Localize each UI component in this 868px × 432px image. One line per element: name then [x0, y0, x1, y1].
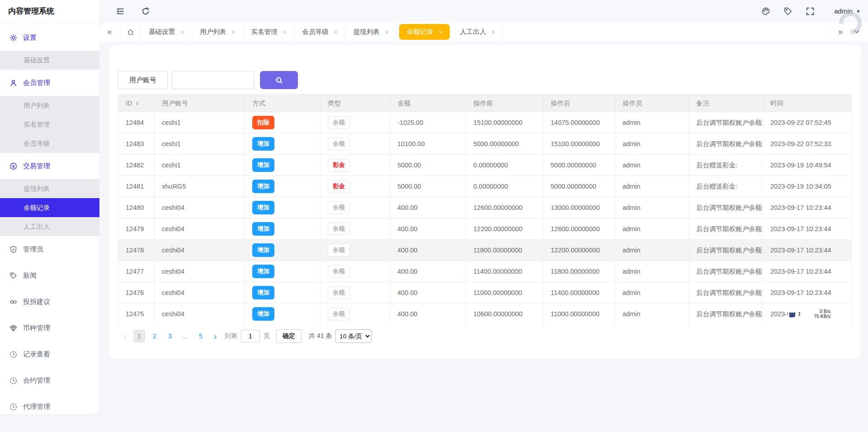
sidebar-group-管理员[interactable]: 管理员	[0, 236, 99, 262]
sidebar-group-投拆建议[interactable]: 投拆建议	[0, 289, 99, 315]
type-badge: 余额	[328, 308, 350, 320]
cell-operator: admin	[615, 154, 689, 176]
cell-remark: 后台赠送彩金:	[689, 154, 763, 176]
column-header-ID[interactable]: ID▲▼	[118, 95, 155, 112]
tab-label: 提现列表	[354, 28, 380, 36]
sidebar-group-合约管理[interactable]: 合约管理	[0, 367, 99, 394]
add-button[interactable]: 增加	[252, 243, 274, 257]
close-tab-icon[interactable]: ×	[231, 28, 235, 36]
tab-label: 会员等级	[302, 28, 329, 36]
close-tab-icon[interactable]: ×	[385, 28, 389, 36]
sidebar-item-余额记录[interactable]: 余额记录	[0, 198, 99, 217]
next-page-button[interactable]: ›	[208, 332, 222, 341]
goto-page-input[interactable]	[241, 330, 260, 342]
sidebar-item-基础设置[interactable]: 基础设置	[0, 51, 99, 70]
sidebar-group-会员管理[interactable]: 会员管理	[0, 70, 99, 96]
page-button-5[interactable]: 5	[195, 330, 207, 342]
confirm-page-button[interactable]: 确定	[276, 329, 302, 343]
cell-method: 增加	[245, 176, 321, 197]
cell-amount: 5000.00	[390, 154, 466, 176]
sidebar-group-币种管理[interactable]: 币种管理	[0, 315, 99, 341]
cell-type: 余额	[321, 261, 390, 282]
sort-icon[interactable]: ▲▼	[136, 101, 139, 105]
column-label: 时间	[770, 99, 783, 108]
refresh-icon[interactable]	[141, 7, 150, 16]
type-badge: 余额	[328, 286, 350, 299]
page-button-2[interactable]: 2	[149, 330, 160, 342]
prev-page-button[interactable]: ‹	[118, 332, 132, 341]
close-tab-icon[interactable]: ×	[491, 28, 495, 36]
cell-id: 12481	[118, 176, 155, 197]
tab-余额记录[interactable]: 余额记录×	[399, 24, 450, 40]
cell-before: 15100.00000000	[466, 112, 543, 133]
column-header-备注: 备注	[689, 95, 763, 112]
search-input[interactable]	[172, 71, 254, 89]
cell-method: 扣除	[245, 112, 321, 133]
cell-time: 2023-09-17 10:23:44	[763, 239, 851, 261]
sidebar-item-用户列表[interactable]: 用户列表	[0, 96, 99, 115]
cell-type: 余额	[321, 282, 390, 303]
sidebar-group-记录查看[interactable]: 记录查看	[0, 341, 99, 367]
cell-type: 彩金	[321, 154, 390, 176]
sidebar-item-实名管理[interactable]: 实名管理	[0, 115, 99, 134]
add-button[interactable]: 增加	[252, 137, 274, 151]
cell-before: 5000.00000000	[466, 133, 543, 154]
add-button[interactable]: 增加	[252, 201, 274, 214]
tab-label: 用户列表	[200, 28, 226, 36]
close-tab-icon[interactable]: ×	[283, 28, 286, 36]
tab-用户列表[interactable]: 用户列表×	[192, 22, 243, 42]
search-field-selector[interactable]: 用户账号	[118, 71, 168, 89]
cat-icon	[788, 310, 797, 318]
sidebar-item-提现列表[interactable]: 提现列表	[0, 179, 99, 198]
close-tab-icon[interactable]: ×	[334, 28, 338, 36]
column-header-类型: 类型	[321, 95, 390, 112]
sidebar-item-人工出入[interactable]: 人工出入	[0, 217, 99, 236]
cell-id: 12483	[118, 133, 155, 154]
fullscreen-icon[interactable]	[806, 7, 814, 15]
cell-type: 余额	[321, 303, 390, 324]
sidebar-group-label: 合约管理	[23, 376, 50, 385]
sidebar-item-会员等级[interactable]: 会员等级	[0, 134, 99, 153]
sidebar-group-新闻[interactable]: 新闻	[0, 262, 99, 289]
cell-after: 11400.00000000	[543, 282, 615, 303]
deduct-button[interactable]: 扣除	[252, 116, 274, 129]
add-button[interactable]: 增加	[252, 307, 274, 321]
cell-id: 12480	[118, 197, 155, 218]
add-button[interactable]: 增加	[252, 222, 274, 236]
add-button[interactable]: 增加	[252, 286, 274, 299]
sidebar-group-交易管理[interactable]: $交易管理	[0, 153, 99, 179]
close-tab-icon[interactable]: ×	[439, 28, 442, 36]
add-button[interactable]: 增加	[252, 265, 274, 278]
tab-人工出入[interactable]: 人工出入×	[452, 22, 503, 42]
type-badge: 余额	[328, 244, 350, 256]
column-label: 金额	[397, 99, 410, 108]
cell-time: 2023-09-22 07:52:33	[763, 133, 851, 154]
tabs-scroll-left-icon[interactable]: «	[99, 22, 120, 42]
page-size-select[interactable]: 10 条/页	[335, 329, 372, 343]
cell-method: 增加	[245, 197, 321, 218]
tab-基础设置[interactable]: 基础设置×	[141, 22, 192, 42]
add-button[interactable]: 增加	[252, 158, 274, 172]
close-tab-icon[interactable]: ×	[180, 28, 184, 36]
content-card: 用户账号 ID▲▼用户账号方式类型金额操作前操作后操作员备注时间 12484ce…	[109, 45, 861, 359]
page-button-1[interactable]: 1	[133, 330, 145, 342]
tab-提现列表[interactable]: 提现列表×	[346, 22, 397, 42]
clock-icon	[9, 403, 17, 411]
sidebar-group-设置[interactable]: 设置	[0, 24, 99, 51]
add-button[interactable]: 增加	[252, 180, 274, 193]
cell-account: ceshi04	[155, 261, 245, 282]
tab-实名管理[interactable]: 实名管理×	[243, 22, 294, 42]
caret-down-icon: ▼	[856, 9, 861, 14]
sidebar-group-代理管理[interactable]: 代理管理	[0, 394, 99, 420]
sidebar-submenu: 提现列表余额记录人工出入	[0, 179, 99, 236]
home-tab-icon[interactable]	[120, 22, 141, 42]
theme-palette-icon[interactable]	[761, 7, 770, 15]
table-row: 12478ceshi04增加余额400.0011800.000000001220…	[118, 239, 851, 261]
tag-icon[interactable]	[783, 7, 792, 15]
search-button[interactable]	[260, 71, 298, 89]
search-icon	[275, 76, 283, 85]
page-button-3[interactable]: 3	[164, 330, 176, 342]
cell-time: 2023-09-17 10:23:44	[763, 197, 851, 218]
collapse-sidebar-icon[interactable]	[116, 7, 125, 16]
tab-会员等级[interactable]: 会员等级×	[295, 22, 346, 42]
